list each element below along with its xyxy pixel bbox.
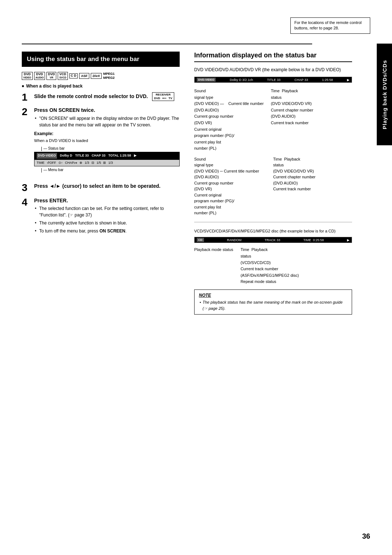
note-box: NOTE • The playback status has the same … [194, 289, 352, 315]
top-reference-box: For the locations of the remote control … [290, 17, 370, 34]
example-sub: When a DVD VIDEO is loaded [34, 138, 180, 144]
ann-dvd-video-vr: (DVD VIDEO/DVD VR) [273, 168, 352, 174]
step-2-content: Press ON SCREEN twice. "ON SCREEN" will … [34, 107, 180, 178]
note-bullet-1: • The playback status has the same meani… [203, 299, 347, 311]
section-title-text: Using the status bar and the menu bar [27, 56, 139, 62]
section-title-box: Using the status bar and the menu bar [22, 52, 180, 67]
ann-dvd-audio-2: (DVD AUDIO) [273, 180, 352, 186]
dvd-status-top-row: DVD-VIDEO Dolby D 3/2.1ch TITLE 33 CHAP … [195, 77, 352, 82]
step-1: 1 Slide the remote control mode selector… [22, 92, 180, 103]
ann-program-number: program number (PG)/ [194, 198, 273, 204]
badge-cd: C D [69, 73, 78, 78]
status-bar-label: — Status bar [41, 146, 180, 151]
step-1-content: Slide the remote control mode selector t… [34, 92, 180, 103]
badge-dvd-vr: DVD VR [46, 72, 56, 80]
dvd-annotation-table: Sound signal type (DVD VIDEO) ─ Current … [194, 156, 352, 216]
step-4-content: Press ENTER. The selected function can b… [34, 197, 180, 236]
ann-dvd-vr: (DVD VR) [194, 186, 273, 192]
step-1-number: 1 [22, 92, 30, 103]
section-divider [194, 222, 352, 222]
ann-signal-type: signal type [194, 162, 273, 168]
ann-playlist: current play list [194, 204, 273, 210]
ann-time-playback: Time Playback [273, 156, 352, 162]
ann-dvd-video: (DVD VIDEO) ─ Current title number [194, 168, 273, 174]
right-intro-text: DVD VIDEO/DVD AUDIO/DVD VR (the example … [194, 66, 352, 73]
top-divider [22, 44, 312, 44]
ann-current-group: Current group number [194, 180, 273, 186]
screen-display-annotated: — Status bar DVD-VIDEO Dolby D TITLE 33 … [34, 146, 180, 173]
badge-vcd-svcd: VCD SVCD [58, 72, 68, 80]
ann-sound: Sound [194, 156, 273, 162]
ann-track-number: Current track number [273, 186, 352, 192]
step-2-bullet-1: "ON SCREEN" will appear in the display w… [34, 115, 180, 128]
ann-playback-mode: Playback mode status [194, 247, 233, 253]
note-title: NOTE [199, 293, 347, 298]
cd-ann-right: Time Playback status (VCD/SVCD/CD) Curre… [241, 247, 299, 285]
format-badges-row: DVD VIDEO DVD AUDIO DVD VR VCD SVCD [22, 72, 180, 80]
badge-divx: DivX [91, 73, 102, 79]
ann-dvd-audio: (DVD AUDIO) [194, 174, 273, 180]
ann-number-pl: number (PL) [194, 210, 273, 216]
step-2-title: Press ON SCREEN twice. [34, 107, 180, 113]
dvd-status-tag: DVD-VIDEO [37, 153, 57, 159]
step-4-bullet-2: The currently active function is shown i… [34, 220, 180, 226]
step-4: 4 Press ENTER. The selected function can… [22, 197, 180, 236]
dvd-layout-annotations: Sound signal type (DVD VIDEO) ─ Current … [194, 156, 352, 216]
badge-dvd-audio: DVD AUDIO [34, 72, 45, 80]
right-section-heading: Information displayed on the status bar [194, 52, 352, 62]
ann-chapter-number: Current chapter number [273, 174, 352, 180]
step-2-body: "ON SCREEN" will appear in the display w… [34, 115, 180, 173]
step-4-bullet-3: To turn off the menu bar, press ON SCREE… [34, 228, 180, 234]
step-4-bullets: The selected function can be set. For th… [34, 205, 180, 234]
step-3-number: 3 [22, 183, 30, 193]
step-3: 3 Press ◄/► (cursor) to select an item t… [22, 183, 180, 193]
cd-tag: CD [197, 238, 204, 242]
note-body: • The playback status has the same meani… [199, 299, 347, 311]
cd-intro-text: VCD/SVCD/CD/ASF/DivX/MPEG1/MPEG2 disc (t… [194, 228, 352, 234]
main-content: Using the status bar and the menu bar DV… [0, 0, 392, 329]
step-2: 2 Press ON SCREEN twice. "ON SCREEN" wil… [22, 107, 180, 178]
step-4-body: The selected function can be set. For th… [34, 205, 180, 234]
ann-current-original: Current original [194, 192, 273, 198]
side-tab: Playing back DVDs/CDs [377, 44, 392, 145]
badge-asf: ASF [79, 73, 89, 79]
dvd-ann-right: Time Playback status (DVD VIDEO/DVD VR) … [271, 88, 313, 152]
two-column-layout: Using the status bar and the menu bar DV… [22, 52, 352, 315]
disc-played-back-label: When a disc is played back [22, 84, 180, 89]
right-column: Information displayed on the status bar … [194, 52, 352, 315]
step-4-title: Press ENTER. [34, 197, 180, 204]
step-2-number: 2 [22, 107, 30, 178]
side-tab-label: Playing back DVDs/CDs [381, 60, 388, 129]
step-4-bullet-1: The selected function can be set. For th… [34, 205, 180, 218]
badge-dvd-video: DVD VIDEO [22, 72, 33, 80]
cd-ann-left: Playback mode status [194, 247, 233, 285]
step-1-title: Slide the remote control mode selector t… [34, 92, 180, 101]
left-column: Using the status bar and the menu bar DV… [22, 52, 180, 315]
cd-status-display: CD RANDOM TRACK 33 TIME 0:25:58 ▶ [194, 237, 352, 243]
top-reference-text: For the locations of the remote control … [294, 20, 362, 30]
dvd-status-row: DVD-VIDEO Dolby D TITLE 33 CHAP 33 TOTAL… [34, 152, 180, 160]
step-4-number: 4 [22, 197, 30, 236]
menu-bar-row: TIME ↺OFF ⊙↑ CHAP.↦ ⊕ 1/3 ⊟ 1/5 ⊞ 1/3 [34, 160, 180, 167]
receiver-diagram: RECEIVER DVD ⟵ TV [152, 92, 174, 101]
step-3-content: Press ◄/► (cursor) to select an item to … [34, 183, 180, 193]
cd-top-row: CD RANDOM TRACK 33 TIME 0:25:58 ▶ [195, 237, 352, 243]
dvd-video-tag: DVD-VIDEO [197, 78, 216, 82]
dvd-ann-left: Sound signal type (DVD VIDEO) — Current … [194, 88, 264, 152]
badge-mpeg: MPEG1 MPEG2 [103, 72, 115, 80]
example-label: Example: [34, 130, 180, 137]
cd-annotations: Playback mode status Time Playback statu… [194, 247, 352, 285]
disc-played-back-text: When a disc is played back [26, 84, 82, 89]
step-2-bullets: "ON SCREEN" will appear in the display w… [34, 115, 180, 128]
dvd-status-display: DVD-VIDEO Dolby D 3/2.1ch TITLE 33 CHAP … [194, 77, 352, 83]
page-container: For the locations of the remote control … [0, 0, 392, 555]
page-number: 36 [362, 532, 370, 540]
dvd-annotations: Sound signal type (DVD VIDEO) — Current … [194, 88, 352, 152]
step-3-title: Press ◄/► (cursor) to select an item to … [34, 183, 180, 189]
menu-bar-label: — Menu bar [41, 167, 180, 173]
ann-status: status [273, 162, 352, 168]
